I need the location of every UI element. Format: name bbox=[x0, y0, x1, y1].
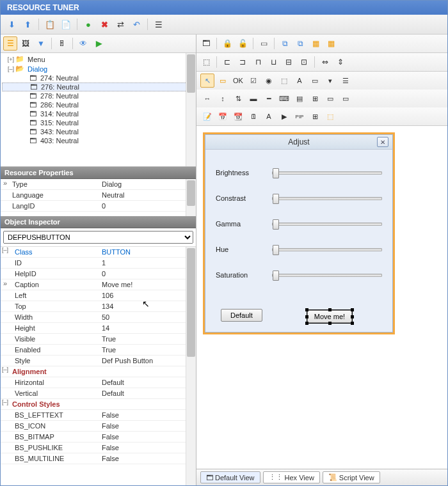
down-arrow-icon[interactable]: ⬇ bbox=[4, 17, 19, 31]
unknown-icon[interactable]: ⬚ bbox=[323, 109, 337, 123]
default-button[interactable]: Default bbox=[221, 309, 262, 322]
inspector-row[interactable]: VisibleTrue bbox=[1, 334, 196, 345]
groupbox-icon[interactable]: ⬚ bbox=[277, 74, 291, 88]
inspector-row[interactable]: BS_LEFTTEXTFalse bbox=[1, 410, 196, 421]
resource-props-grid[interactable]: »TypeDialogLanguageNeutralLangID0 bbox=[1, 179, 196, 216]
radio-icon[interactable]: ◉ bbox=[262, 74, 276, 88]
slider-icon[interactable]: ━ bbox=[262, 91, 276, 106]
cal-icon[interactable]: 🗓 bbox=[246, 109, 260, 123]
vscroll-icon[interactable]: ↕ bbox=[216, 91, 230, 106]
inspector-grid[interactable]: [–]ClassBUTTONID1HelpID0»CaptionMove me!… bbox=[1, 247, 196, 485]
sel-all-icon[interactable]: ⬚ bbox=[199, 55, 213, 69]
inspector-row[interactable]: Width50 bbox=[1, 312, 196, 323]
dialog-preview[interactable]: Adjust ✕ Default Move me! bbox=[205, 134, 393, 333]
lock-icon[interactable]: 🔒 bbox=[220, 36, 234, 51]
header-icon[interactable]: ▭ bbox=[339, 91, 353, 106]
view-tab[interactable]: 🗔Default View bbox=[200, 471, 260, 483]
tree-item[interactable]: 🗔314: Neutral bbox=[2, 109, 195, 118]
selected-control[interactable]: Move me! bbox=[307, 310, 353, 324]
tree-item[interactable]: 🗔286: Neutral bbox=[2, 100, 195, 109]
hscroll-icon[interactable]: ↔ bbox=[200, 91, 214, 106]
slider-track[interactable] bbox=[272, 248, 382, 251]
find-next-icon[interactable]: ▶ bbox=[92, 36, 106, 51]
date-icon[interactable]: 📅 bbox=[216, 109, 230, 123]
inspector-row[interactable]: EnabledTrue bbox=[1, 345, 196, 356]
slider-track[interactable] bbox=[272, 197, 382, 200]
richedit-icon[interactable]: 📝 bbox=[200, 109, 214, 123]
unlock-icon[interactable]: 🔓 bbox=[236, 36, 250, 51]
ip-icon[interactable]: A bbox=[262, 109, 276, 123]
inspector-row[interactable]: StyleDef Push Button bbox=[1, 356, 196, 366]
paste-icon[interactable]: 📄 bbox=[59, 17, 73, 31]
tab-icon[interactable]: ▭ bbox=[323, 91, 337, 106]
copy-icon[interactable]: 📋 bbox=[43, 17, 57, 31]
static-icon[interactable]: A bbox=[292, 74, 307, 88]
custom-icon[interactable]: ⊞ bbox=[308, 109, 322, 123]
grid2-icon[interactable]: ▦ bbox=[324, 36, 338, 51]
tree-item[interactable]: 🗔274: Neutral bbox=[2, 74, 195, 82]
slider-knob[interactable] bbox=[273, 219, 279, 230]
filter-icon[interactable]: ▼ bbox=[34, 36, 48, 51]
hotkey-icon[interactable]: ⌨ bbox=[277, 91, 291, 106]
slider-knob[interactable] bbox=[273, 194, 279, 204]
progress-icon[interactable]: ▬ bbox=[246, 91, 260, 106]
list-icon[interactable]: ☰ bbox=[152, 17, 166, 31]
property-row[interactable]: »TypeDialog bbox=[1, 179, 196, 190]
slider-track[interactable] bbox=[272, 171, 382, 175]
check-icon[interactable]: ☑ bbox=[246, 74, 260, 88]
tree-item[interactable]: 🗔403: Neutral bbox=[2, 136, 195, 145]
slider-knob[interactable] bbox=[273, 168, 279, 178]
month-icon[interactable]: 📆 bbox=[231, 109, 245, 123]
list-icon[interactable]: ▤ bbox=[292, 91, 307, 106]
inspector-row[interactable]: BS_BITMAPFalse bbox=[1, 432, 196, 443]
inspector-row[interactable]: BS_PUSHLIKEFalse bbox=[1, 443, 196, 453]
move-me-button[interactable]: Move me! bbox=[307, 310, 352, 323]
add-icon[interactable]: ● bbox=[81, 17, 95, 31]
tree-item[interactable]: 🗔343: Neutral bbox=[2, 127, 195, 136]
tree-item[interactable]: [+]📁Menu bbox=[2, 54, 195, 64]
new-dialog-icon[interactable]: 🗔 bbox=[199, 36, 213, 51]
resource-tree[interactable]: [+]📁Menu[–]📂Dialog🗔274: Neutral🗔276: Neu… bbox=[1, 53, 196, 167]
grid1-icon[interactable]: ▦ bbox=[308, 36, 323, 51]
inspector-row[interactable]: Height14 bbox=[1, 323, 196, 334]
rect-icon[interactable]: ▭ bbox=[216, 74, 230, 88]
win1-icon[interactable]: ⧉ bbox=[278, 36, 292, 51]
inspector-row[interactable]: BS_ICONFalse bbox=[1, 421, 196, 432]
space-v-icon[interactable]: ⇕ bbox=[333, 55, 348, 69]
tree-item[interactable]: [–]📂Dialog bbox=[2, 64, 195, 74]
slider-track[interactable] bbox=[272, 223, 382, 226]
view-tab[interactable]: ⋮⋮Hex View bbox=[263, 471, 320, 483]
combo-icon[interactable]: ▾ bbox=[323, 74, 337, 88]
find-icon[interactable]: 👁 bbox=[76, 36, 90, 51]
inspector-row[interactable]: HelpID0 bbox=[1, 269, 196, 279]
spin-icon[interactable]: ⇅ bbox=[231, 91, 245, 106]
inspector-row[interactable]: Top134 bbox=[1, 301, 196, 312]
pointer-icon[interactable]: ↖ bbox=[200, 74, 214, 88]
space-h-icon[interactable]: ⇔ bbox=[318, 55, 332, 69]
property-row[interactable]: LanguageNeutral bbox=[1, 190, 196, 201]
inspector-row[interactable]: [–]Alignment bbox=[1, 366, 196, 377]
align-right-icon[interactable]: ⊐ bbox=[236, 55, 250, 69]
image-view-icon[interactable]: 🖼 bbox=[19, 36, 33, 51]
center-v-icon[interactable]: ⊡ bbox=[297, 55, 311, 69]
inspector-row[interactable]: [–]ClassBUTTON bbox=[1, 247, 196, 258]
inspector-row[interactable]: »CaptionMove me! bbox=[1, 279, 196, 290]
tree-view-icon[interactable]: ☰ bbox=[3, 36, 17, 51]
tree-item[interactable]: 🗔278: Neutral bbox=[2, 91, 195, 100]
win2-icon[interactable]: ⧉ bbox=[293, 36, 307, 51]
inspector-row[interactable]: [–]Control Styles bbox=[1, 399, 196, 410]
close-icon[interactable]: ✕ bbox=[377, 137, 388, 147]
tree-item[interactable]: 🗔315: Neutral bbox=[2, 118, 195, 127]
button-icon[interactable]: OK bbox=[231, 74, 245, 88]
undo-icon[interactable]: ↶ bbox=[129, 17, 143, 31]
align-left-icon[interactable]: ⊏ bbox=[220, 55, 234, 69]
pip-icon[interactable]: PIP bbox=[292, 109, 307, 123]
tree-item[interactable]: 🗔276: Neutral bbox=[2, 82, 195, 91]
edit-icon[interactable]: ▭ bbox=[308, 74, 322, 88]
slider-knob[interactable] bbox=[273, 270, 279, 281]
view-tab[interactable]: 📜Script View bbox=[323, 471, 380, 483]
center-h-icon[interactable]: ⊟ bbox=[282, 55, 296, 69]
scrollbar[interactable] bbox=[186, 179, 196, 216]
tree-icon[interactable]: ⊞ bbox=[308, 91, 322, 106]
inspector-row[interactable]: Left106 bbox=[1, 290, 196, 301]
